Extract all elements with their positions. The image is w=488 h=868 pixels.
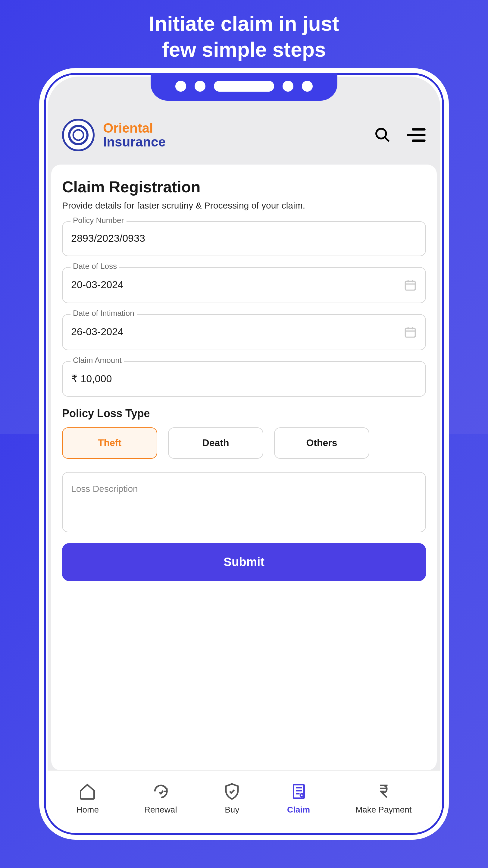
company-logo-icon bbox=[62, 119, 95, 151]
loss-description-placeholder: Loss Description bbox=[71, 484, 138, 494]
home-icon bbox=[78, 782, 97, 801]
hero-line2: few simple steps bbox=[162, 38, 326, 61]
renewal-icon bbox=[151, 782, 170, 801]
nav-home-label: Home bbox=[76, 805, 99, 814]
loss-type-death[interactable]: Death bbox=[168, 427, 263, 459]
phone-frame: Oriental Insurance Claim Registration Pr… bbox=[39, 68, 449, 840]
calendar-icon[interactable] bbox=[404, 326, 417, 339]
claim-icon bbox=[289, 782, 308, 801]
nav-buy-label: Buy bbox=[225, 805, 239, 814]
page-title: Claim Registration bbox=[62, 178, 426, 196]
claim-amount-label: Claim Amount bbox=[70, 355, 124, 365]
svg-point-17 bbox=[300, 794, 303, 797]
policy-number-field[interactable]: Policy Number 2893/2023/0933 bbox=[62, 221, 426, 256]
loss-type-label: Policy Loss Type bbox=[62, 407, 426, 420]
hero-line1: Initiate claim in just bbox=[149, 12, 339, 35]
nav-renewal[interactable]: Renewal bbox=[144, 782, 177, 814]
company-name: Oriental Insurance bbox=[103, 121, 166, 149]
loss-description-field[interactable]: Loss Description bbox=[62, 472, 426, 532]
company-name-line2: Insurance bbox=[103, 135, 166, 149]
date-of-loss-field[interactable]: Date of Loss 20-03-2024 bbox=[62, 267, 426, 303]
buy-icon bbox=[222, 782, 241, 801]
nav-make-payment[interactable]: Make Payment bbox=[355, 782, 412, 814]
nav-renewal-label: Renewal bbox=[144, 805, 177, 814]
phone-screen: Oriental Insurance Claim Registration Pr… bbox=[47, 76, 441, 831]
loss-type-chips: Theft Death Others bbox=[62, 427, 426, 459]
submit-button[interactable]: Submit bbox=[62, 543, 426, 581]
svg-point-0 bbox=[376, 129, 386, 138]
rupee-icon bbox=[374, 782, 393, 801]
date-of-intimation-label: Date of Intimation bbox=[70, 309, 137, 318]
nav-home[interactable]: Home bbox=[76, 782, 99, 814]
date-of-loss-value: 20-03-2024 bbox=[71, 279, 124, 291]
svg-line-1 bbox=[385, 137, 389, 141]
svg-rect-9 bbox=[405, 328, 415, 337]
claim-amount-value: ₹ 10,000 bbox=[71, 373, 112, 385]
nav-claim-label: Claim bbox=[287, 805, 310, 814]
bottom-nav: Home Renewal Buy Claim Make Payment bbox=[47, 770, 441, 831]
page-subtitle: Provide details for faster scrutiny & Pr… bbox=[62, 200, 426, 210]
hero-headline: Initiate claim in just few simple steps bbox=[149, 0, 339, 68]
loss-type-theft[interactable]: Theft bbox=[62, 427, 157, 459]
date-of-intimation-field[interactable]: Date of Intimation 26-03-2024 bbox=[62, 314, 426, 350]
date-of-loss-label: Date of Loss bbox=[70, 261, 119, 271]
phone-notch bbox=[151, 72, 337, 101]
policy-number-label: Policy Number bbox=[70, 216, 126, 225]
nav-buy[interactable]: Buy bbox=[222, 782, 241, 814]
nav-make-payment-label: Make Payment bbox=[355, 805, 412, 814]
calendar-icon[interactable] bbox=[404, 278, 417, 292]
policy-number-value: 2893/2023/0933 bbox=[71, 233, 145, 245]
company-name-line1: Oriental bbox=[103, 121, 166, 135]
svg-rect-5 bbox=[405, 281, 415, 290]
date-of-intimation-value: 26-03-2024 bbox=[71, 326, 124, 338]
loss-type-others[interactable]: Others bbox=[274, 427, 369, 459]
claim-amount-field[interactable]: Claim Amount ₹ 10,000 bbox=[62, 361, 426, 397]
menu-icon[interactable] bbox=[407, 127, 426, 144]
content-card: Claim Registration Provide details for f… bbox=[51, 164, 437, 770]
nav-claim[interactable]: Claim bbox=[287, 782, 310, 814]
search-icon[interactable] bbox=[374, 127, 391, 144]
